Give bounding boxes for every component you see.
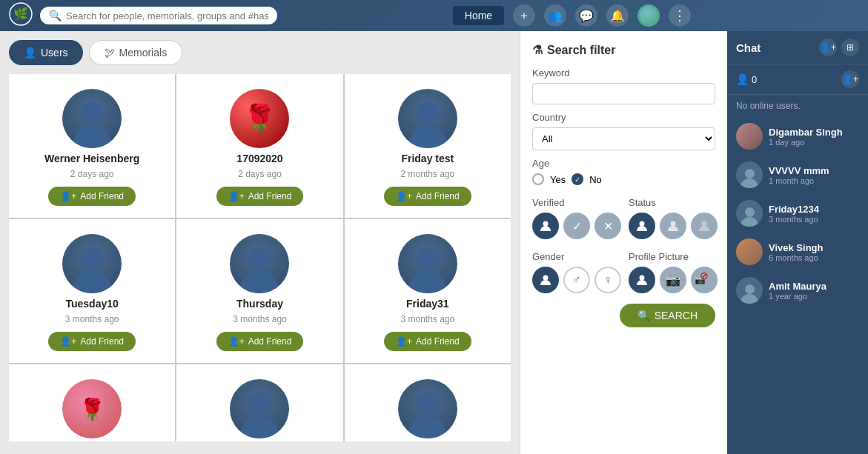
add-button[interactable]: ＋ (513, 4, 535, 27)
add-friend-button[interactable]: 👤+ Add Friend (384, 187, 471, 206)
gender-female-button[interactable]: ♀ (594, 267, 621, 293)
chat-user-time: 1 day ago (769, 138, 859, 147)
age-yes-radio[interactable] (532, 173, 544, 185)
user-card (176, 364, 342, 441)
verified-no-button[interactable]: ✕ (594, 213, 621, 239)
search-button[interactable]: 🔍 SEARCH (620, 304, 715, 327)
notifications-icon-button[interactable]: 🔔 (606, 4, 629, 27)
svg-point-7 (640, 276, 645, 281)
add-friend-button[interactable]: 👤+ Add Friend (216, 332, 304, 351)
status-active-button[interactable] (660, 213, 686, 239)
tab-memorials[interactable]: 🕊 Memorials (89, 40, 183, 65)
chat-avatar (736, 161, 763, 188)
verified-label: Verified (532, 197, 621, 208)
filter-icon: ⚗ (532, 43, 543, 57)
status-all-button[interactable] (629, 213, 655, 239)
add-friend-button[interactable]: 👤+ Add Friend (48, 332, 136, 351)
chat-user-info: VVVVV mmm 1 month ago (769, 165, 859, 185)
chat-avatar (736, 123, 763, 150)
chat-user-time: 6 months ago (769, 253, 859, 262)
verified-all-button[interactable] (532, 213, 559, 239)
age-no-checkbox[interactable]: ✓ (572, 173, 583, 185)
chat-user-info: Vivek Singh 6 months ago (769, 242, 859, 262)
add-friend-button[interactable]: 👤+ Add Friend (216, 187, 304, 206)
online-count: 👤 0 (736, 73, 757, 85)
left-content: 👤 Users 🕊 Memorials Werner Heisenberg 2 (0, 31, 520, 454)
profile-pic-no-button[interactable]: 📷⊘ (691, 267, 718, 293)
chat-user-item[interactable]: VVVVV mmm 1 month ago (727, 156, 868, 194)
messages-icon-button[interactable]: 💬 (575, 4, 597, 27)
user-name: Werner Heisenberg (44, 153, 139, 164)
avatar (230, 234, 289, 293)
age-label: Age (532, 158, 715, 169)
chat-user-item[interactable]: Digambar Singh 1 day ago (727, 117, 868, 156)
avatar: 🌹 (62, 379, 122, 438)
chat-header: Chat 👤+ ⊞ (727, 31, 868, 64)
avatar (398, 379, 457, 438)
add-friend-button[interactable]: 👤+ Add Friend (384, 332, 471, 351)
tab-users[interactable]: 👤 Users (9, 40, 83, 65)
chat-avatar (736, 200, 763, 227)
add-friend-icon: 👤+ (396, 191, 412, 201)
user-name: Tuesday10 (65, 298, 118, 310)
add-friend-icon: 👤+ (228, 191, 245, 201)
gender-all-button[interactable] (532, 267, 559, 293)
chat-user-time: 1 year ago (769, 292, 859, 301)
profile-picture-label: Profile Picture (629, 251, 718, 262)
chat-user-time: 1 month ago (769, 176, 859, 185)
more-options-button[interactable]: ⋮ (669, 4, 691, 27)
avatar (398, 89, 457, 148)
user-card: 🌹 17092020 2 days ago 👤+ Add Friend (176, 74, 342, 218)
home-button[interactable]: Home (453, 6, 504, 25)
svg-point-6 (543, 276, 549, 281)
no-online-text: No online users. (727, 95, 868, 117)
user-time: 3 months ago (233, 314, 287, 324)
add-friend-icon: 👤+ (228, 336, 245, 347)
profile-pic-all-button[interactable] (629, 267, 655, 293)
age-no-label: No (589, 174, 602, 185)
chat-avatar (736, 238, 763, 265)
logo: 🌿 (9, 2, 33, 29)
main-layout: 👤 Users 🕊 Memorials Werner Heisenberg 2 (0, 31, 868, 454)
avatar (62, 234, 122, 293)
age-yes-label: Yes (550, 174, 566, 185)
country-select[interactable]: All (532, 127, 715, 150)
friends-icon-button[interactable]: 👥 (544, 4, 566, 27)
user-name: Friday31 (406, 298, 449, 310)
gender-profile-row: Gender ♂ ♀ Profile Picture 📷 📷⊘ (532, 244, 715, 293)
avatar (62, 89, 122, 148)
chat-options-button[interactable]: ⊞ (841, 39, 859, 56)
age-row: Yes ✓ No (532, 173, 715, 185)
user-avatar[interactable] (637, 4, 660, 27)
chat-user-item[interactable]: Vivek Singh 6 months ago (727, 233, 868, 271)
verified-buttons: ✓ ✕ (532, 213, 621, 239)
add-friend-icon: 👤+ (60, 336, 76, 347)
verified-yes-button[interactable]: ✓ (563, 213, 590, 239)
user-time: 3 months ago (400, 314, 454, 324)
add-chat-button[interactable]: 👤+ (819, 39, 837, 56)
gender-male-button[interactable]: ♂ (563, 267, 590, 293)
user-card: Tuesday10 3 months ago 👤+ Add Friend (9, 219, 175, 363)
chat-user-item[interactable]: Amit Maurya 1 year ago (727, 271, 868, 310)
memorial-icon: 🕊 (105, 47, 115, 59)
status-inactive-button[interactable] (691, 213, 718, 239)
chat-online-bar: 👤 0 👤+ (727, 64, 868, 95)
user-name: Friday test (401, 153, 454, 164)
chat-user-item[interactable]: Friday1234 3 months ago (727, 194, 868, 233)
verified-status-row: Verified ✓ ✕ Status (532, 190, 715, 239)
country-label: Country (532, 112, 715, 123)
status-buttons (629, 213, 718, 239)
gender-buttons: ♂ ♀ (532, 267, 621, 293)
chat-user-info: Friday1234 3 months ago (769, 204, 859, 224)
global-search-input[interactable] (66, 10, 268, 21)
profile-pic-yes-button[interactable]: 📷 (660, 267, 686, 293)
add-friend-icon: 👤+ (396, 336, 412, 347)
keyword-input[interactable] (532, 83, 715, 104)
chat-avatar (736, 277, 763, 304)
global-search-bar[interactable]: 🔍 (40, 7, 277, 24)
add-friend-chat-button[interactable]: 👤+ (841, 70, 859, 88)
chat-user-name: Vivek Singh (769, 242, 859, 253)
add-friend-button[interactable]: 👤+ Add Friend (48, 187, 136, 206)
chat-user-info: Digambar Singh 1 day ago (769, 127, 859, 147)
svg-point-5 (702, 221, 707, 227)
